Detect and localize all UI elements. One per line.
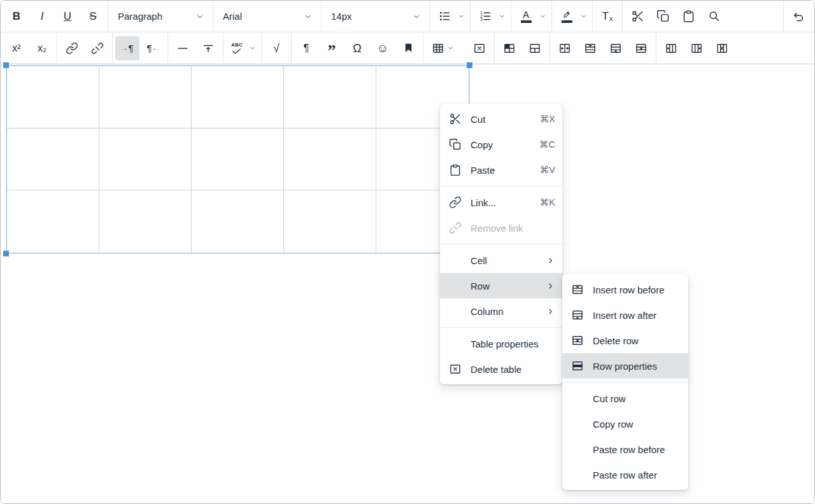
submenu-item-insert-row-before[interactable]: Insert row before bbox=[562, 277, 688, 302]
bold-button[interactable]: B bbox=[4, 4, 29, 29]
block-format-select[interactable]: Paragraph bbox=[110, 1, 211, 32]
table-cell[interactable] bbox=[192, 190, 284, 253]
submenu-item-delete-row[interactable]: Delete row bbox=[562, 328, 688, 353]
menu-item-label: Link... bbox=[471, 197, 534, 208]
font-family-select[interactable]: Arial bbox=[215, 1, 319, 32]
insert-row-before-button[interactable] bbox=[578, 36, 602, 60]
submenu-item-copy-row[interactable]: Copy row bbox=[562, 411, 688, 437]
clear-formatting-icon: T bbox=[602, 11, 609, 22]
paste-button[interactable] bbox=[676, 4, 700, 29]
merge-cells-button[interactable] bbox=[523, 36, 547, 60]
separator bbox=[470, 1, 471, 32]
selected-table bbox=[6, 66, 469, 253]
page-break-button[interactable] bbox=[196, 36, 220, 60]
table-cell[interactable] bbox=[7, 190, 99, 253]
cell-properties-button[interactable] bbox=[497, 36, 521, 60]
text-color-button[interactable]: A bbox=[514, 4, 538, 29]
resize-handle-top-right[interactable] bbox=[467, 62, 472, 68]
insert-link-button[interactable] bbox=[60, 36, 84, 60]
search-replace-button[interactable] bbox=[702, 4, 726, 29]
menu-item-remove-link[interactable]: Remove link bbox=[440, 215, 562, 241]
remove-link-button[interactable] bbox=[85, 36, 110, 60]
menu-item-link[interactable]: Link... ⌘K bbox=[440, 190, 562, 215]
table-cell[interactable] bbox=[284, 66, 376, 129]
table-cell[interactable] bbox=[284, 190, 376, 253]
menu-item-delete-table[interactable]: Delete table bbox=[440, 356, 562, 382]
bullet-list-options-button[interactable] bbox=[455, 4, 467, 29]
table-cell[interactable] bbox=[99, 129, 192, 191]
table-cell[interactable] bbox=[192, 129, 284, 191]
paragraph-marks-button[interactable]: ¶ bbox=[294, 36, 318, 60]
table-cell[interactable] bbox=[99, 66, 192, 129]
insert-row-after-button[interactable] bbox=[604, 36, 628, 60]
submenu-item-paste-row-after[interactable]: Paste row after bbox=[562, 462, 688, 487]
resize-handle-bottom-left[interactable] bbox=[3, 251, 9, 256]
icon-spacer bbox=[570, 416, 585, 431]
chevron-right-icon bbox=[546, 256, 555, 265]
submenu-item-insert-row-after[interactable]: Insert row after bbox=[562, 302, 688, 328]
row-properties-icon bbox=[570, 358, 585, 374]
spellcheck-button[interactable]: ABC bbox=[226, 36, 248, 60]
menu-item-copy[interactable]: Copy ⌘C bbox=[440, 132, 562, 157]
menu-item-label: Insert row before bbox=[593, 284, 681, 295]
table-cell[interactable] bbox=[7, 66, 99, 129]
menu-item-label: Copy bbox=[471, 139, 533, 150]
resize-handle-top-left[interactable] bbox=[3, 62, 9, 68]
clear-formatting-button[interactable]: Tx bbox=[595, 4, 620, 29]
blockquote-button[interactable]: ” bbox=[320, 36, 344, 60]
menu-item-row[interactable]: Row bbox=[440, 273, 562, 298]
highlight-color-options-button[interactable] bbox=[578, 4, 590, 29]
numbered-list-button[interactable]: 1 2 3 bbox=[473, 4, 497, 29]
separator bbox=[549, 32, 550, 64]
emoticons-button[interactable]: ☺ bbox=[371, 36, 395, 60]
blockquote-icon: ” bbox=[328, 48, 336, 54]
special-character-button[interactable]: Ω bbox=[345, 36, 369, 60]
copy-icon bbox=[448, 137, 463, 152]
bullet-list-button[interactable] bbox=[432, 4, 457, 29]
square-root-icon: √ bbox=[273, 43, 280, 54]
undo-button[interactable] bbox=[786, 4, 811, 29]
submenu-item-row-properties[interactable]: Row properties bbox=[562, 353, 688, 379]
menu-item-cell[interactable]: Cell bbox=[440, 248, 562, 273]
text-color-options-button[interactable] bbox=[537, 4, 549, 29]
formula-button[interactable]: √ bbox=[264, 36, 288, 60]
italic-button[interactable]: I bbox=[30, 4, 54, 29]
strikethrough-button[interactable]: S bbox=[81, 4, 105, 29]
horizontal-rule-button[interactable] bbox=[171, 36, 195, 60]
submenu-item-cut-row[interactable]: Cut row bbox=[562, 386, 688, 411]
table-cell[interactable] bbox=[284, 129, 376, 191]
copy-button[interactable] bbox=[651, 4, 675, 29]
table-cell[interactable] bbox=[192, 66, 284, 129]
menu-item-cut[interactable]: Cut ⌘X bbox=[440, 106, 562, 132]
superscript-button[interactable]: x² bbox=[4, 36, 29, 60]
cut-button[interactable] bbox=[625, 4, 649, 29]
underline-button[interactable]: U bbox=[55, 4, 80, 29]
editor-content-area[interactable] bbox=[1, 64, 814, 503]
split-cells-button[interactable] bbox=[553, 36, 577, 60]
separator bbox=[494, 32, 495, 64]
delete-row-button[interactable] bbox=[629, 36, 653, 60]
table-menu-button[interactable] bbox=[426, 36, 459, 60]
search-icon bbox=[707, 10, 721, 23]
submenu-item-paste-row-before[interactable]: Paste row before bbox=[562, 437, 688, 462]
delete-table-button[interactable] bbox=[467, 36, 492, 60]
insert-column-after-button[interactable] bbox=[684, 36, 709, 60]
menu-item-table-properties[interactable]: Table properties bbox=[440, 331, 562, 356]
rtl-button[interactable]: ¶← bbox=[141, 36, 165, 60]
insert-column-before-button[interactable] bbox=[659, 36, 683, 60]
table-cell[interactable] bbox=[99, 190, 192, 253]
ltr-button[interactable]: →¶ bbox=[115, 36, 139, 60]
cell-properties-icon bbox=[503, 42, 516, 55]
anchor-button[interactable] bbox=[396, 36, 420, 60]
cut-icon bbox=[448, 111, 463, 127]
numbered-list-options-button[interactable] bbox=[496, 4, 508, 29]
subscript-button[interactable]: x₂ bbox=[30, 36, 54, 60]
highlight-color-button[interactable] bbox=[555, 4, 579, 29]
scissors-icon bbox=[631, 10, 644, 23]
menu-item-paste[interactable]: Paste ⌘V bbox=[440, 157, 562, 183]
delete-column-button[interactable] bbox=[710, 36, 734, 60]
spellcheck-options-button[interactable] bbox=[246, 36, 259, 60]
table-cell[interactable] bbox=[7, 129, 99, 191]
menu-item-column[interactable]: Column bbox=[440, 298, 562, 324]
font-size-select[interactable]: 14px bbox=[323, 1, 427, 32]
